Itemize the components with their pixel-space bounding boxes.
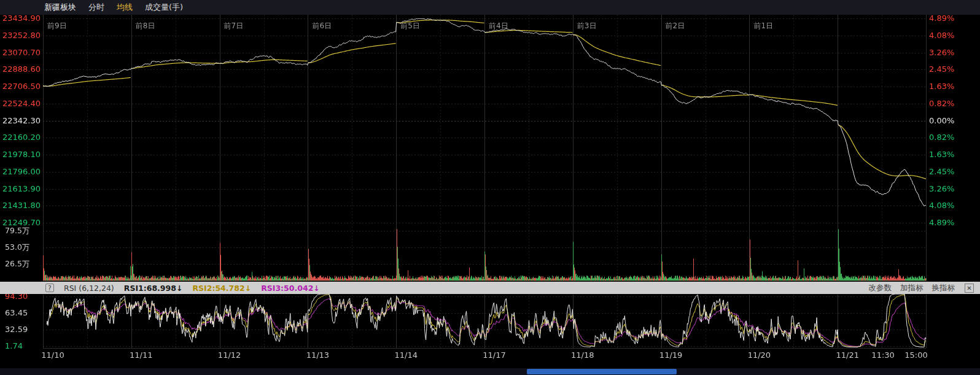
- chart-tabs: 分时均线成交量(手): [88, 2, 183, 13]
- rsi3-value: RSI3:50.042↓: [261, 284, 320, 293]
- tab-ma-line[interactable]: 均线: [117, 2, 133, 13]
- sector-title: 新疆板块: [44, 2, 76, 13]
- rsi-indicator-label: RSI (6,12,24): [64, 284, 114, 293]
- add-indicator-button[interactable]: 加指标: [900, 283, 924, 293]
- stock-chart-app: 新疆板块 分时均线成交量(手) 23434.9023252.8023070.70…: [0, 0, 980, 375]
- tab-volume[interactable]: 成交量(手): [145, 2, 183, 13]
- rsi-values: RSI1:68.998↓RSI2:54.782↓RSI3:50.042↓: [124, 284, 320, 293]
- tab-timeshare[interactable]: 分时: [88, 2, 104, 13]
- close-indicator-button[interactable]: ✕: [965, 284, 974, 293]
- topbar: 新疆板块 分时均线成交量(手): [0, 0, 980, 15]
- rsi-actions: 改参数加指标换指标: [869, 283, 955, 293]
- help-icon[interactable]: ?: [45, 284, 54, 292]
- chart-canvas[interactable]: [0, 0, 980, 375]
- rsi2-value: RSI2:54.782↓: [192, 284, 251, 293]
- rsi-toolbar: ? RSI (6,12,24) RSI1:68.998↓RSI2:54.782↓…: [0, 282, 980, 294]
- switch-indicator-button[interactable]: 换指标: [932, 283, 955, 293]
- scrollbar-thumb[interactable]: [527, 369, 677, 374]
- scrollbar-track[interactable]: [0, 368, 980, 375]
- rsi1-value: RSI1:68.998↓: [124, 284, 183, 293]
- change-params-button[interactable]: 改参数: [869, 283, 892, 293]
